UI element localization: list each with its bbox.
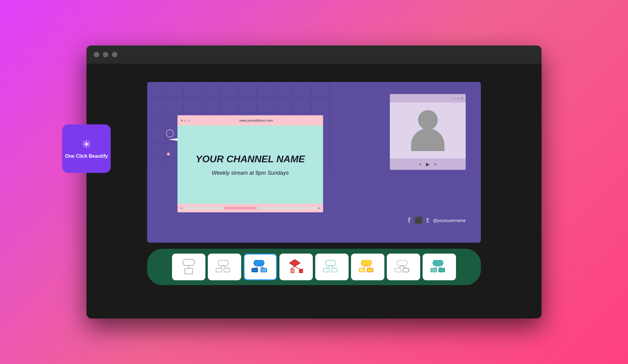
svg-rect-16 (261, 268, 267, 272)
svg-line-29 (366, 266, 370, 268)
svg-line-14 (259, 266, 265, 268)
preview-area: ✕ □ — www.youraddress.com YOUR CHANNEL N… (147, 82, 481, 243)
twitter-icon: 𝕥 (426, 217, 429, 224)
app-window: ✳ One Click Beautify ✕ □ (86, 46, 542, 318)
svg-marker-12 (254, 260, 264, 266)
svg-rect-26 (331, 268, 337, 272)
svg-marker-21 (299, 269, 303, 273)
svg-line-33 (398, 266, 402, 268)
tool-item-3[interactable] (244, 254, 277, 280)
scrollbar-thumb (224, 207, 257, 209)
profile-controls: « ▶ » (390, 158, 466, 170)
browser-scrollbar: « » (177, 204, 323, 212)
svg-point-2 (167, 153, 170, 156)
svg-rect-36 (403, 268, 409, 272)
social-handle: @yourtusername (433, 218, 466, 223)
ocb-sparkle-icon: ✳ (82, 138, 91, 151)
svg-marker-7 (218, 260, 228, 266)
profile-minimize-btn[interactable]: — (452, 97, 455, 100)
browser-url: www.youraddress.com (192, 119, 320, 122)
svg-rect-31 (367, 268, 373, 272)
browser-controls: ✕ □ — (181, 119, 190, 122)
svg-rect-30 (359, 268, 365, 272)
ocb-badge[interactable]: ✳ One Click Beautify (62, 124, 111, 173)
svg-line-39 (438, 266, 442, 268)
svg-line-9 (223, 266, 227, 268)
avatar-head (418, 110, 438, 130)
svg-point-0 (166, 130, 174, 137)
window-titlebar (86, 46, 542, 64)
channel-name: YOUR CHANNEL NAME (196, 153, 305, 165)
traffic-light-close[interactable] (94, 52, 99, 57)
svg-rect-5 (185, 268, 193, 274)
svg-marker-4 (183, 259, 195, 265)
tool-item-6[interactable] (351, 254, 384, 280)
scroll-right-icon[interactable]: » (318, 206, 320, 210)
svg-line-19 (295, 266, 299, 269)
profile-titlebar: — □ ✕ (390, 94, 466, 103)
bottom-toolbar (147, 249, 481, 285)
svg-line-28 (363, 266, 366, 268)
svg-marker-27 (361, 260, 372, 266)
browser-close-icon[interactable]: ✕ (181, 119, 183, 122)
channel-schedule: Weekly stream at 9pm Sundays (196, 170, 305, 176)
svg-rect-35 (395, 268, 401, 272)
browser-icon2: □ (184, 119, 186, 122)
instagram-icon: ⬛ (414, 217, 423, 224)
svg-line-23 (327, 266, 331, 268)
tool-item-1[interactable] (172, 254, 205, 280)
svg-marker-37 (433, 260, 443, 266)
browser-body: YOUR CHANNEL NAME Weekly stream at 9pm S… (177, 126, 323, 204)
profile-next-btn[interactable]: » (434, 161, 437, 167)
svg-line-24 (331, 266, 335, 268)
scrollbar-track (184, 207, 317, 209)
svg-marker-17 (289, 260, 300, 267)
svg-marker-20 (291, 269, 294, 273)
facebook-icon: 𝕗 (408, 217, 411, 224)
svg-rect-11 (224, 268, 230, 272)
channel-info: YOUR CHANNEL NAME Weekly stream at 9pm S… (196, 153, 305, 176)
svg-line-34 (402, 266, 406, 268)
svg-marker-32 (397, 260, 407, 266)
tool-item-2[interactable] (208, 254, 241, 280)
profile-maximize-btn[interactable]: □ (457, 97, 459, 100)
svg-line-8 (219, 266, 223, 268)
tool-item-7[interactable] (387, 254, 420, 280)
browser-window: ✕ □ — www.youraddress.com YOUR CHANNEL N… (177, 115, 323, 212)
social-bar: 𝕗 ⬛ 𝕥 @yourtusername (408, 217, 466, 224)
profile-body (390, 103, 466, 158)
profile-window: — □ ✕ « ▶ » (390, 94, 466, 170)
profile-prev-btn[interactable]: « (419, 161, 422, 167)
svg-marker-22 (325, 260, 336, 266)
traffic-light-maximize[interactable] (112, 52, 117, 57)
svg-line-13 (255, 266, 259, 268)
ocb-label: One Click Beautify (65, 153, 108, 160)
avatar-body (411, 128, 444, 151)
svg-rect-15 (252, 268, 258, 272)
traffic-light-minimize[interactable] (103, 52, 108, 57)
window-content: ✳ One Click Beautify ✕ □ (86, 64, 542, 318)
tool-item-8[interactable] (423, 254, 456, 280)
svg-rect-40 (431, 268, 437, 272)
avatar-placeholder (408, 107, 447, 154)
svg-line-38 (434, 266, 438, 268)
svg-rect-25 (323, 268, 329, 272)
svg-rect-41 (439, 268, 444, 272)
scroll-left-icon[interactable]: « (181, 206, 183, 210)
profile-close-btn[interactable]: ✕ (461, 97, 463, 100)
profile-play-btn[interactable]: ▶ (426, 161, 430, 167)
tool-item-5[interactable] (315, 254, 349, 280)
browser-icon3: — (187, 119, 190, 122)
svg-rect-10 (216, 268, 222, 272)
tool-item-4[interactable] (279, 254, 313, 280)
svg-line-18 (291, 266, 295, 269)
browser-titlebar: ✕ □ — www.youraddress.com (177, 115, 323, 126)
